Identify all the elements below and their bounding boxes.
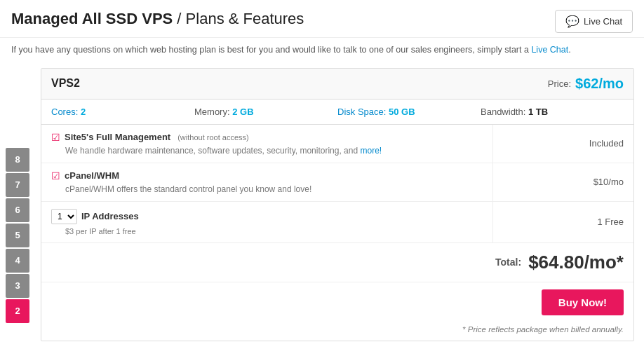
feature-main-management: ☑ Site5's Full Management (without root … [41,125,493,163]
side-nav-item-2[interactable]: 2 [6,299,29,323]
feature-title-ip: 1 2 3 4 IP Addresses [51,209,483,224]
total-label: Total: [495,256,521,268]
live-chat-button[interactable]: 💬 Live Chat [555,10,633,33]
ip-select[interactable]: 1 2 3 4 [51,209,77,224]
feature-name-cpanel: cPanel/WHM [65,170,119,181]
side-nav-item-7[interactable]: 7 [6,173,29,197]
price-value: $62/mo [575,76,624,92]
chat-bubble-icon: 💬 [565,15,579,28]
annual-note: * Price reflects package when billed ann… [41,322,633,341]
buy-now-button[interactable]: Buy Now! [542,289,624,315]
management-more-link[interactable]: more! [360,146,382,156]
main-layout: 8 7 6 5 4 3 2 VPS2 Price: $62/mo Cores: … [0,64,644,351]
feature-row-ip: 1 2 3 4 IP Addresses $3 per IP after 1 f… [41,202,633,243]
feature-main-ip: 1 2 3 4 IP Addresses $3 per IP after 1 f… [41,202,493,242]
side-nav-item-6[interactable]: 6 [6,198,29,222]
content-area: VPS2 Price: $62/mo Cores: 2 Memory: 2 GB… [35,64,644,351]
vps-card: VPS2 Price: $62/mo Cores: 2 Memory: 2 GB… [41,68,634,341]
spec-memory: Memory: 2 GB [194,107,337,117]
side-nav-item-8[interactable]: 8 [6,148,29,172]
price-label: Price: [548,78,571,89]
ip-note: $3 per IP after 1 free [65,227,483,235]
feature-desc-management: We handle hardware maintenance, software… [65,146,483,156]
bandwidth-value: 1 TB [528,107,548,117]
live-chat-link[interactable]: Live Chat [531,45,568,55]
feature-side-cpanel: $10/mo [493,163,633,201]
side-nav-item-3[interactable]: 3 [6,274,29,298]
memory-value: 2 GB [232,107,253,117]
buy-row: Buy Now! [41,282,633,322]
card-header: VPS2 Price: $62/mo [41,69,633,100]
disk-value: 50 GB [389,107,415,117]
spec-disk: Disk Space: 50 GB [337,107,481,117]
feature-title-cpanel: ☑ cPanel/WHM [51,170,483,182]
feature-title-management: ☑ Site5's Full Management (without root … [51,132,483,143]
feature-side-management: Included [493,125,633,163]
page-title: Managed All SSD VPS / Plans & Features [11,10,304,28]
disk-link[interactable]: Disk Space: [337,107,386,117]
feature-name-management: Site5's Full Management [65,132,170,142]
checkbox-management-icon: ☑ [51,132,60,143]
feature-name-ip: IP Addresses [81,211,139,221]
feature-row-cpanel: ☑ cPanel/WHM cPanel/WHM offers the stand… [41,163,633,202]
checkbox-cpanel-icon: ☑ [51,170,60,182]
subtitle-text: If you have any questions on which web h… [0,38,644,64]
side-nav-item-5[interactable]: 5 [6,224,29,247]
cores-link[interactable]: Cores: [51,107,78,117]
feature-side-ip: 1 Free [493,202,633,242]
total-row: Total: $64.80/mo* [41,243,633,282]
page-header: Managed All SSD VPS / Plans & Features 💬… [0,0,644,38]
feature-desc-cpanel: cPanel/WHM offers the standard control p… [65,184,483,194]
total-value: $64.80/mo* [528,252,624,273]
feature-row-management: ☑ Site5's Full Management (without root … [41,125,633,163]
feature-main-cpanel: ☑ cPanel/WHM cPanel/WHM offers the stand… [41,163,493,201]
cores-value: 2 [81,107,86,117]
spec-bandwidth: Bandwidth: 1 TB [481,107,624,117]
specs-row: Cores: 2 Memory: 2 GB Disk Space: 50 GB … [41,100,633,125]
side-nav-item-4[interactable]: 4 [6,249,29,273]
side-nav: 8 7 6 5 4 3 2 [0,64,35,351]
card-title: VPS2 [51,77,80,90]
feature-note-management: (without root access) [177,133,248,142]
price-area: Price: $62/mo [548,76,624,92]
spec-cores: Cores: 2 [51,107,194,117]
